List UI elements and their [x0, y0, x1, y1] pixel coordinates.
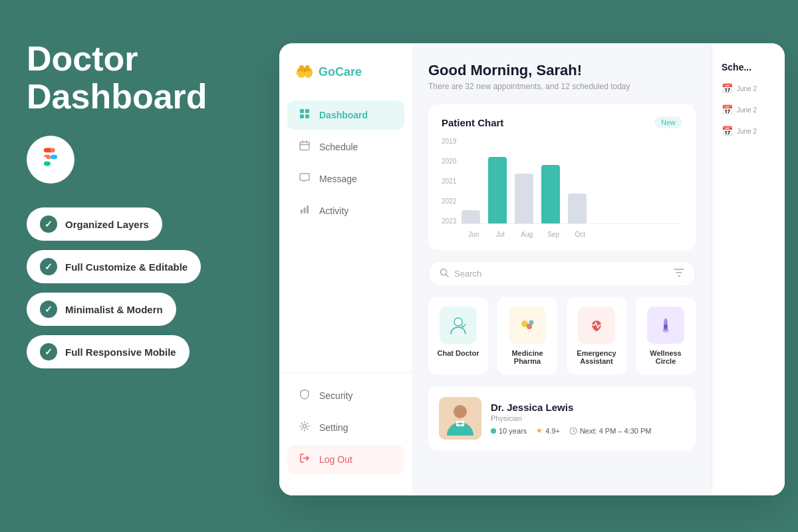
medicine-label: Medicine Pharma	[504, 349, 551, 365]
search-bar[interactable]: Search	[428, 261, 696, 287]
chart-bars-area: Jun Jul Aug Sep Oct	[462, 138, 682, 238]
sidebar: 🤲 GoCare Dashboard Schedule Message	[279, 43, 412, 495]
years-badge: 10 years	[491, 427, 527, 435]
nav-setting[interactable]: Setting	[287, 413, 404, 442]
bar-sep	[541, 165, 560, 223]
feature-list: ✓ Organized Layers ✓ Full Customize & Ed…	[27, 207, 253, 368]
rating-badge: ★ 4.9+	[536, 426, 560, 435]
chart-title: Patient Chart	[442, 117, 503, 128]
check-icon: ✓	[40, 343, 57, 360]
feature-customize: ✓ Full Customize & Editable	[27, 250, 201, 283]
logo-text: GoCare	[319, 65, 362, 79]
sidebar-bottom: Security Setting Log Out	[279, 372, 412, 482]
sched-icon-3: 📅	[722, 126, 733, 136]
years-dot	[491, 428, 496, 434]
search-placeholder: Search	[454, 269, 668, 279]
bar-jun	[462, 210, 480, 223]
check-icon: ✓	[40, 301, 57, 318]
nav-security-label: Security	[319, 390, 353, 401]
chart-card: Patient Chart New 2023 2022 2021 2020 20…	[428, 104, 696, 250]
chart-x-labels: Jun Jul Aug Sep Oct	[462, 228, 682, 238]
svg-point-15	[529, 321, 534, 325]
schedule-title: Sche...	[722, 62, 775, 72]
security-icon	[298, 389, 311, 402]
feature-organized: ✓ Organized Layers	[27, 207, 162, 241]
nav-items: Dashboard Schedule Message Activity	[279, 100, 412, 359]
logout-icon	[298, 453, 311, 466]
feature-responsive: ✓ Full Responsive Mobile	[27, 335, 190, 368]
sched-date-2: June 2	[737, 106, 757, 114]
schedule-icon	[298, 140, 311, 154]
nav-schedule[interactable]: Schedule	[287, 132, 404, 162]
doctor-card: Dr. Jessica Lewis Physician 10 years ★ 4…	[428, 386, 696, 450]
right-schedule-panel: Sche... 📅 June 2 📅 June 2 📅 June 2	[712, 43, 785, 495]
page-title: Doctor Dashboard	[27, 40, 253, 116]
chat-doctor-label: Chat Doctor	[438, 349, 479, 357]
service-emergency[interactable]: Emergency Assistant	[567, 297, 626, 374]
dashboard-icon	[298, 108, 311, 122]
wellness-label: Wellness Circle	[642, 349, 689, 365]
left-panel: Doctor Dashboard ✓ Organized Layers ✓ Fu…	[27, 40, 253, 368]
greeting: Good Morning, Sarah! There are 32 new ap…	[428, 62, 696, 91]
bar-aug-fill	[515, 174, 533, 223]
bar-aug	[515, 174, 533, 223]
svg-rect-2	[300, 114, 304, 118]
dashboard-card: 🤲 GoCare Dashboard Schedule Message	[279, 43, 785, 495]
service-wellness[interactable]: Wellness Circle	[636, 297, 696, 374]
svg-point-21	[454, 405, 467, 418]
message-icon	[298, 172, 311, 186]
chat-doctor-icon-bg	[440, 307, 477, 344]
time-badge: Next: 4 PM – 4:30 PM	[569, 427, 652, 435]
nav-security[interactable]: Security	[287, 381, 404, 410]
medicine-icon-bg	[509, 307, 546, 344]
doctor-name: Dr. Jessica Lewis	[491, 402, 685, 413]
chart-y-labels: 2023 2022 2021 2020 2019	[442, 138, 456, 238]
doctor-title: Physician	[491, 414, 685, 422]
svg-point-19	[662, 329, 669, 332]
bar-jul-fill	[488, 157, 507, 223]
bar-oct	[568, 194, 587, 223]
greeting-subtitle: There are 32 new appointments, and 12 sc…	[428, 82, 696, 91]
setting-icon	[298, 421, 311, 434]
nav-dashboard-label: Dashboard	[319, 110, 368, 120]
svg-rect-3	[305, 114, 309, 118]
figma-icon	[40, 146, 61, 173]
bar-sep-fill	[541, 165, 560, 223]
main-content: Good Morning, Sarah! There are 32 new ap…	[412, 43, 712, 495]
nav-dashboard[interactable]: Dashboard	[287, 100, 404, 130]
nav-logout-label: Log Out	[319, 454, 352, 465]
check-icon: ✓	[40, 215, 57, 233]
chart-badge: New	[654, 116, 682, 128]
service-medicine-pharma[interactable]: Medicine Pharma	[497, 297, 557, 374]
svg-rect-4	[300, 142, 309, 150]
svg-point-8	[303, 425, 307, 428]
sched-item-2: 📅 June 2	[722, 104, 775, 115]
nav-message[interactable]: Message	[287, 164, 404, 194]
bar-jun-fill	[462, 210, 480, 223]
sched-icon-1: 📅	[722, 83, 733, 94]
nav-activity[interactable]: Activity	[287, 196, 404, 225]
search-icon	[440, 268, 449, 279]
emergency-icon-bg	[578, 307, 615, 344]
sched-date-3: June 2	[737, 128, 757, 135]
activity-icon	[298, 204, 311, 217]
logo-area: 🤲 GoCare	[279, 63, 412, 100]
check-icon: ✓	[40, 258, 57, 275]
doctor-info: Dr. Jessica Lewis Physician 10 years ★ 4…	[491, 402, 685, 435]
feature-minimalist: ✓ Minimalist & Modern	[27, 293, 176, 326]
wellness-icon-bg	[647, 307, 684, 344]
greeting-title: Good Morning, Sarah!	[428, 62, 696, 79]
nav-activity-label: Activity	[319, 205, 348, 216]
nav-logout[interactable]: Log Out	[287, 445, 404, 474]
sched-item-1: 📅 June 2	[722, 83, 775, 94]
chart-header: Patient Chart New	[442, 116, 682, 128]
svg-rect-6	[304, 207, 306, 213]
service-chat-doctor[interactable]: Chat Doctor	[428, 297, 488, 374]
bar-jul	[488, 157, 507, 223]
nav-message-label: Message	[319, 174, 357, 184]
filter-icon	[674, 268, 684, 279]
doctor-avatar	[439, 397, 481, 440]
svg-rect-0	[300, 109, 304, 113]
bar-oct-fill	[568, 194, 587, 223]
star-icon: ★	[536, 426, 543, 435]
